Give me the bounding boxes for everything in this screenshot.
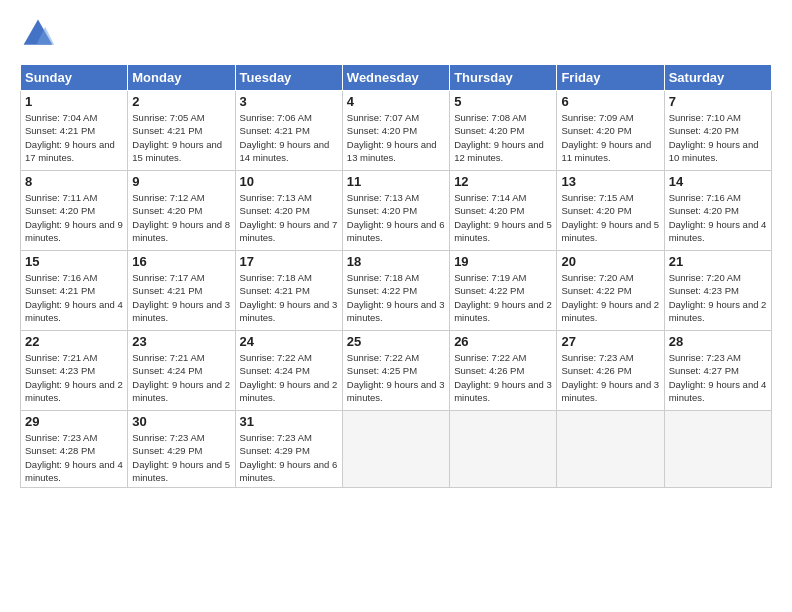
calendar-cell: 27Sunrise: 7:23 AMSunset: 4:26 PMDayligh…: [557, 331, 664, 411]
calendar-cell: 1Sunrise: 7:04 AMSunset: 4:21 PMDaylight…: [21, 91, 128, 171]
calendar-cell: 29Sunrise: 7:23 AMSunset: 4:28 PMDayligh…: [21, 411, 128, 488]
day-info: Sunrise: 7:09 AMSunset: 4:20 PMDaylight:…: [561, 111, 659, 164]
day-number: 25: [347, 334, 445, 349]
day-number: 4: [347, 94, 445, 109]
calendar-header-wednesday: Wednesday: [342, 65, 449, 91]
day-number: 15: [25, 254, 123, 269]
calendar-cell: [557, 411, 664, 488]
day-number: 30: [132, 414, 230, 429]
day-info: Sunrise: 7:17 AMSunset: 4:21 PMDaylight:…: [132, 271, 230, 324]
calendar-cell: 23Sunrise: 7:21 AMSunset: 4:24 PMDayligh…: [128, 331, 235, 411]
day-number: 24: [240, 334, 338, 349]
day-info: Sunrise: 7:13 AMSunset: 4:20 PMDaylight:…: [240, 191, 338, 244]
day-info: Sunrise: 7:22 AMSunset: 4:25 PMDaylight:…: [347, 351, 445, 404]
day-info: Sunrise: 7:18 AMSunset: 4:22 PMDaylight:…: [347, 271, 445, 324]
day-number: 20: [561, 254, 659, 269]
day-info: Sunrise: 7:07 AMSunset: 4:20 PMDaylight:…: [347, 111, 445, 164]
day-info: Sunrise: 7:16 AMSunset: 4:21 PMDaylight:…: [25, 271, 123, 324]
day-number: 9: [132, 174, 230, 189]
day-info: Sunrise: 7:20 AMSunset: 4:23 PMDaylight:…: [669, 271, 767, 324]
day-info: Sunrise: 7:15 AMSunset: 4:20 PMDaylight:…: [561, 191, 659, 244]
day-number: 21: [669, 254, 767, 269]
calendar-week-1: 1Sunrise: 7:04 AMSunset: 4:21 PMDaylight…: [21, 91, 772, 171]
calendar-cell: 5Sunrise: 7:08 AMSunset: 4:20 PMDaylight…: [450, 91, 557, 171]
day-number: 6: [561, 94, 659, 109]
calendar-cell: 31Sunrise: 7:23 AMSunset: 4:29 PMDayligh…: [235, 411, 342, 488]
day-number: 18: [347, 254, 445, 269]
day-number: 29: [25, 414, 123, 429]
day-number: 28: [669, 334, 767, 349]
day-info: Sunrise: 7:10 AMSunset: 4:20 PMDaylight:…: [669, 111, 767, 164]
calendar-header-saturday: Saturday: [664, 65, 771, 91]
calendar-cell: 6Sunrise: 7:09 AMSunset: 4:20 PMDaylight…: [557, 91, 664, 171]
calendar-cell: 14Sunrise: 7:16 AMSunset: 4:20 PMDayligh…: [664, 171, 771, 251]
calendar-cell: 2Sunrise: 7:05 AMSunset: 4:21 PMDaylight…: [128, 91, 235, 171]
day-number: 12: [454, 174, 552, 189]
calendar-week-5: 29Sunrise: 7:23 AMSunset: 4:28 PMDayligh…: [21, 411, 772, 488]
day-info: Sunrise: 7:04 AMSunset: 4:21 PMDaylight:…: [25, 111, 123, 164]
day-number: 2: [132, 94, 230, 109]
day-info: Sunrise: 7:18 AMSunset: 4:21 PMDaylight:…: [240, 271, 338, 324]
day-number: 3: [240, 94, 338, 109]
calendar-cell: 8Sunrise: 7:11 AMSunset: 4:20 PMDaylight…: [21, 171, 128, 251]
day-info: Sunrise: 7:13 AMSunset: 4:20 PMDaylight:…: [347, 191, 445, 244]
calendar-header-tuesday: Tuesday: [235, 65, 342, 91]
calendar-cell: 15Sunrise: 7:16 AMSunset: 4:21 PMDayligh…: [21, 251, 128, 331]
calendar-cell: 13Sunrise: 7:15 AMSunset: 4:20 PMDayligh…: [557, 171, 664, 251]
calendar: SundayMondayTuesdayWednesdayThursdayFrid…: [20, 64, 772, 488]
calendar-header-sunday: Sunday: [21, 65, 128, 91]
calendar-cell: 12Sunrise: 7:14 AMSunset: 4:20 PMDayligh…: [450, 171, 557, 251]
day-number: 26: [454, 334, 552, 349]
calendar-cell: [450, 411, 557, 488]
day-number: 16: [132, 254, 230, 269]
calendar-cell: [664, 411, 771, 488]
page: SundayMondayTuesdayWednesdayThursdayFrid…: [0, 0, 792, 612]
calendar-header-row: SundayMondayTuesdayWednesdayThursdayFrid…: [21, 65, 772, 91]
day-info: Sunrise: 7:22 AMSunset: 4:26 PMDaylight:…: [454, 351, 552, 404]
day-number: 11: [347, 174, 445, 189]
day-info: Sunrise: 7:12 AMSunset: 4:20 PMDaylight:…: [132, 191, 230, 244]
day-info: Sunrise: 7:22 AMSunset: 4:24 PMDaylight:…: [240, 351, 338, 404]
day-info: Sunrise: 7:08 AMSunset: 4:20 PMDaylight:…: [454, 111, 552, 164]
day-number: 10: [240, 174, 338, 189]
day-number: 17: [240, 254, 338, 269]
calendar-cell: 10Sunrise: 7:13 AMSunset: 4:20 PMDayligh…: [235, 171, 342, 251]
day-number: 5: [454, 94, 552, 109]
header: [20, 16, 772, 52]
day-number: 7: [669, 94, 767, 109]
calendar-cell: 7Sunrise: 7:10 AMSunset: 4:20 PMDaylight…: [664, 91, 771, 171]
calendar-cell: 26Sunrise: 7:22 AMSunset: 4:26 PMDayligh…: [450, 331, 557, 411]
day-info: Sunrise: 7:16 AMSunset: 4:20 PMDaylight:…: [669, 191, 767, 244]
day-info: Sunrise: 7:23 AMSunset: 4:26 PMDaylight:…: [561, 351, 659, 404]
calendar-cell: 20Sunrise: 7:20 AMSunset: 4:22 PMDayligh…: [557, 251, 664, 331]
calendar-cell: 16Sunrise: 7:17 AMSunset: 4:21 PMDayligh…: [128, 251, 235, 331]
calendar-cell: 24Sunrise: 7:22 AMSunset: 4:24 PMDayligh…: [235, 331, 342, 411]
calendar-cell: 21Sunrise: 7:20 AMSunset: 4:23 PMDayligh…: [664, 251, 771, 331]
calendar-header-friday: Friday: [557, 65, 664, 91]
day-info: Sunrise: 7:20 AMSunset: 4:22 PMDaylight:…: [561, 271, 659, 324]
logo-icon: [20, 16, 56, 52]
day-info: Sunrise: 7:06 AMSunset: 4:21 PMDaylight:…: [240, 111, 338, 164]
calendar-cell: 11Sunrise: 7:13 AMSunset: 4:20 PMDayligh…: [342, 171, 449, 251]
logo: [20, 16, 60, 52]
calendar-header-thursday: Thursday: [450, 65, 557, 91]
calendar-week-3: 15Sunrise: 7:16 AMSunset: 4:21 PMDayligh…: [21, 251, 772, 331]
day-info: Sunrise: 7:11 AMSunset: 4:20 PMDaylight:…: [25, 191, 123, 244]
calendar-cell: 22Sunrise: 7:21 AMSunset: 4:23 PMDayligh…: [21, 331, 128, 411]
calendar-cell: 25Sunrise: 7:22 AMSunset: 4:25 PMDayligh…: [342, 331, 449, 411]
day-info: Sunrise: 7:19 AMSunset: 4:22 PMDaylight:…: [454, 271, 552, 324]
calendar-cell: 9Sunrise: 7:12 AMSunset: 4:20 PMDaylight…: [128, 171, 235, 251]
day-info: Sunrise: 7:21 AMSunset: 4:24 PMDaylight:…: [132, 351, 230, 404]
day-number: 1: [25, 94, 123, 109]
day-number: 8: [25, 174, 123, 189]
day-info: Sunrise: 7:23 AMSunset: 4:28 PMDaylight:…: [25, 431, 123, 484]
day-number: 23: [132, 334, 230, 349]
calendar-cell: 18Sunrise: 7:18 AMSunset: 4:22 PMDayligh…: [342, 251, 449, 331]
day-number: 22: [25, 334, 123, 349]
day-info: Sunrise: 7:05 AMSunset: 4:21 PMDaylight:…: [132, 111, 230, 164]
calendar-header-monday: Monday: [128, 65, 235, 91]
calendar-cell: 30Sunrise: 7:23 AMSunset: 4:29 PMDayligh…: [128, 411, 235, 488]
day-info: Sunrise: 7:23 AMSunset: 4:29 PMDaylight:…: [240, 431, 338, 484]
calendar-cell: 3Sunrise: 7:06 AMSunset: 4:21 PMDaylight…: [235, 91, 342, 171]
calendar-week-2: 8Sunrise: 7:11 AMSunset: 4:20 PMDaylight…: [21, 171, 772, 251]
